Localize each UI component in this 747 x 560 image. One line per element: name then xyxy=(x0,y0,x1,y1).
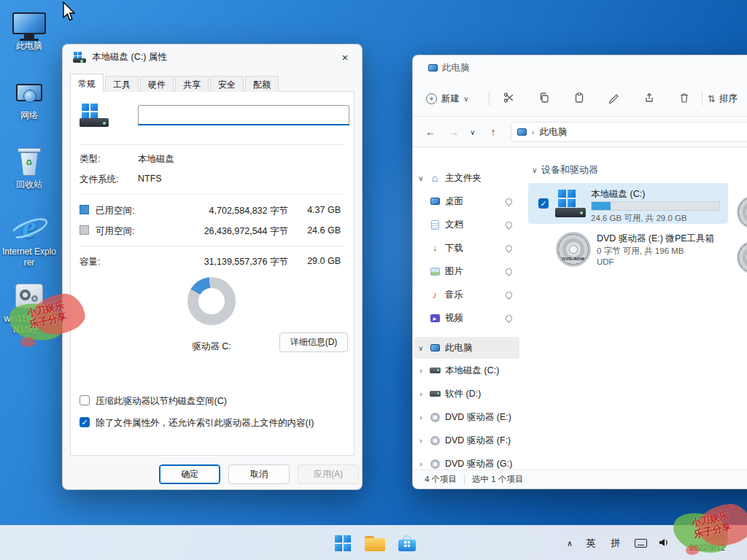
sidebar-item-software-d[interactable]: › 软件 (D:) xyxy=(414,383,519,405)
tab-hardware[interactable]: 硬件 xyxy=(140,76,174,92)
share-icon xyxy=(643,92,655,106)
delete-button[interactable] xyxy=(672,89,697,108)
pin-icon xyxy=(504,197,514,206)
recent-locations-chevron[interactable]: ∨ xyxy=(465,122,480,141)
chevron-down-icon: ∨ xyxy=(414,174,427,182)
explorer-window: 此电脑 + 新建 ∨ xyxy=(412,55,747,489)
sidebar-item-dvd-g[interactable]: › DVD 驱动器 (G:) xyxy=(414,453,519,470)
sidebar-item-dvd-e[interactable]: › DVD 驱动器 (E:) xyxy=(414,406,519,428)
volume-button[interactable] xyxy=(654,533,674,553)
drive-filesystem: UDF xyxy=(597,257,614,266)
drive-icon xyxy=(427,391,442,397)
up-button[interactable]: ↑ xyxy=(483,122,503,141)
used-space-label: 已用空间: xyxy=(96,205,134,217)
screen: 此电脑 网络 ♻ 回收站 e Internet Explorer win11恢复… xyxy=(0,0,747,560)
partial-drive-icon xyxy=(737,241,747,274)
ime-pinyin-indicator[interactable]: 拼 xyxy=(605,533,626,553)
sort-button[interactable]: ⇅ 排序 xyxy=(708,89,747,108)
taskbar-file-explorer-button[interactable] xyxy=(360,529,390,558)
toolbar-divider xyxy=(702,91,703,106)
explorer-titlebar[interactable]: 此电脑 xyxy=(413,55,747,80)
chevron-down-icon: ∨ xyxy=(460,95,473,103)
compress-checkbox[interactable] xyxy=(80,395,90,405)
capacity-bytes: 31,139,557,376 字节 xyxy=(173,256,288,268)
address-bar[interactable]: › 此电脑 xyxy=(511,122,747,142)
drive-tile-dvd-e[interactable]: DVD-ROM DVD 驱动器 (E:) 微PE工具箱 0 字节 可用, 共 1… xyxy=(528,228,728,272)
start-button[interactable] xyxy=(328,529,357,558)
desktop-icon-label: 回收站 xyxy=(1,179,57,190)
new-button-label: 新建 xyxy=(441,93,460,105)
trash-icon xyxy=(678,92,690,106)
dvd-icon xyxy=(427,436,442,446)
sidebar-item-dvd-f[interactable]: › DVD 驱动器 (F:) xyxy=(414,429,519,451)
chevron-down-icon: ∨ xyxy=(528,166,541,174)
taskbar-clock[interactable]: 14:55 2022/8/12 xyxy=(673,533,725,553)
type-value: 本地磁盘 xyxy=(138,153,174,166)
divider xyxy=(80,246,345,246)
forward-button[interactable]: → xyxy=(444,122,464,141)
drive-tile-local-disk-c[interactable]: ✓ 本地磁盘 (C:) 24.6 GB 可用, 共 29.0 GB xyxy=(528,183,728,224)
sidebar-item-label: 音乐 xyxy=(445,289,506,301)
apply-button[interactable]: 应用(A) xyxy=(298,464,359,484)
tab-security[interactable]: 安全 xyxy=(210,76,244,92)
index-checkbox[interactable]: ✓ xyxy=(80,417,90,427)
sidebar-item-label: 视频 xyxy=(445,312,506,324)
pin-icon xyxy=(504,220,514,230)
toolbar-divider xyxy=(489,91,489,106)
pin-icon xyxy=(504,267,514,276)
cut-button[interactable] xyxy=(497,89,522,108)
item-checkbox[interactable]: ✓ xyxy=(538,198,549,209)
cancel-button[interactable]: 取消 xyxy=(228,464,290,484)
drive-icon xyxy=(80,104,109,127)
details-button[interactable]: 详细信息(D) xyxy=(279,332,348,352)
volume-label-input[interactable] xyxy=(138,105,349,125)
sidebar-item-desktop[interactable]: 桌面 xyxy=(414,190,519,212)
back-button[interactable]: ← xyxy=(420,122,441,141)
desktop-icon-this-pc[interactable]: 此电脑 xyxy=(1,6,57,52)
explorer-navigation-bar: ← → ∨ ↑ › 此电脑 xyxy=(413,117,747,147)
copy-button[interactable] xyxy=(532,89,557,108)
rename-icon xyxy=(608,92,620,106)
share-button[interactable] xyxy=(637,89,662,108)
section-header-devices[interactable]: ∨ 设备和驱动器 xyxy=(528,163,598,176)
sidebar-item-music[interactable]: ♪ 音乐 xyxy=(414,284,519,306)
free-space-label: 可用空间: xyxy=(96,225,134,238)
desktop-icon-recycle-bin[interactable]: ♻ 回收站 xyxy=(1,144,57,190)
music-icon: ♪ xyxy=(427,289,442,300)
explorer-body: ∨ ⌂ 主文件夹 桌面 文档 ↓ 下载 图片 xyxy=(413,147,747,470)
tab-quota[interactable]: 配额 xyxy=(245,76,279,92)
sidebar-item-pictures[interactable]: 图片 xyxy=(414,260,519,282)
desktop-icon-internet-explorer[interactable]: e Internet Explorer xyxy=(1,210,57,268)
close-icon[interactable]: × xyxy=(328,44,362,69)
tab-general[interactable]: 常规 xyxy=(70,74,104,92)
pin-icon xyxy=(504,244,514,253)
sidebar-item-videos[interactable]: ▶ 视频 xyxy=(414,307,519,329)
drive-icon xyxy=(427,368,442,373)
speaker-icon xyxy=(658,537,670,551)
paste-button[interactable] xyxy=(567,89,592,108)
sidebar-item-local-disk-c[interactable]: › 本地磁盘 (C:) xyxy=(414,359,519,381)
sidebar-item-downloads[interactable]: ↓ 下载 xyxy=(414,237,519,259)
sort-button-label: 排序 xyxy=(719,93,738,105)
ok-button[interactable]: 确定 xyxy=(159,464,220,484)
desktop-icon-network[interactable]: 网络 xyxy=(1,75,57,121)
dvd-icon xyxy=(427,413,442,422)
tray-chevron-up[interactable]: ∧ xyxy=(560,533,579,553)
rename-button[interactable] xyxy=(602,89,627,108)
tab-sharing[interactable]: 共享 xyxy=(175,76,209,92)
network-icon xyxy=(1,75,57,110)
tab-tools[interactable]: 工具 xyxy=(105,76,139,92)
dialog-titlebar[interactable]: 本地磁盘 (C:) 属性 xyxy=(63,44,362,69)
breadcrumb-location[interactable]: 此电脑 xyxy=(540,126,568,139)
chevron-right-icon: › xyxy=(414,436,427,445)
touch-keyboard-button[interactable] xyxy=(630,533,651,553)
desktop-icon-win11-restore[interactable]: win11恢复WIN10经... xyxy=(1,279,57,335)
ime-mode-indicator[interactable]: 英 xyxy=(581,533,601,553)
taskbar-store-button[interactable] xyxy=(392,529,422,558)
sidebar-item-documents[interactable]: 文档 xyxy=(414,214,519,236)
sidebar-item-this-pc[interactable]: ∨ 此电脑 xyxy=(414,337,519,359)
sidebar-item-home[interactable]: ∨ ⌂ 主文件夹 xyxy=(414,167,519,189)
sidebar-item-label: 本地磁盘 (C:) xyxy=(445,365,519,377)
recycle-bin-icon: ♻ xyxy=(1,144,57,179)
new-button[interactable]: + 新建 ∨ xyxy=(422,89,486,108)
